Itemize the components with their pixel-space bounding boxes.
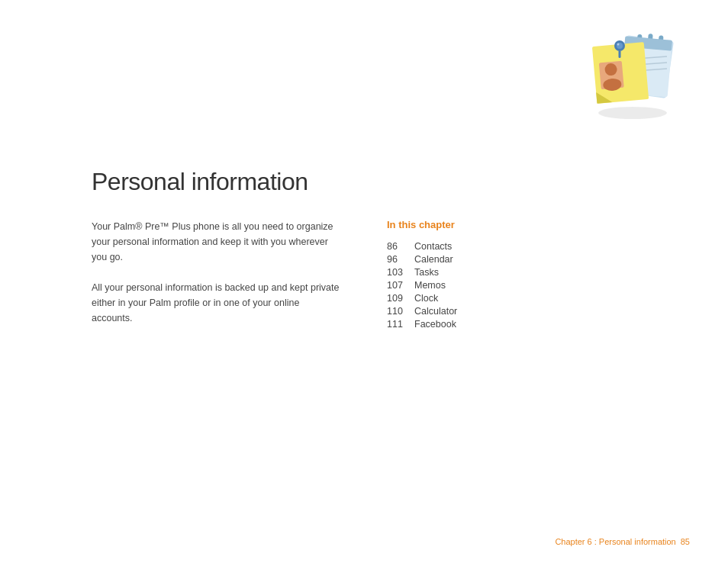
footer: Chapter 6 : Personal information 85 bbox=[555, 537, 690, 546]
toc-item-label: Contacts bbox=[414, 241, 452, 252]
page-title: Personal information bbox=[92, 168, 636, 196]
toc-item-label: Clock bbox=[414, 293, 438, 304]
toc-row: 86Contacts bbox=[387, 241, 636, 252]
toc-item-label: Tasks bbox=[414, 267, 439, 278]
toc-page-number: 86 bbox=[387, 241, 414, 252]
main-content: Personal information Your Palm® Pre™ Plu… bbox=[92, 168, 636, 341]
svg-point-17 bbox=[617, 43, 620, 46]
toc-item-label: Calculator bbox=[414, 306, 457, 317]
toc-row: 110Calculator bbox=[387, 306, 636, 317]
toc-row: 107Memos bbox=[387, 280, 636, 291]
left-column: Your Palm® Pre™ Plus phone is all you ne… bbox=[92, 219, 341, 341]
page-container: Personal information Your Palm® Pre™ Plu… bbox=[0, 0, 728, 563]
toc-page-number: 103 bbox=[387, 267, 414, 278]
toc-page-number: 107 bbox=[387, 280, 414, 291]
toc-page-number: 96 bbox=[387, 254, 414, 265]
svg-rect-18 bbox=[619, 50, 621, 58]
footer-page-number: 85 bbox=[681, 537, 690, 546]
body-paragraph-1: Your Palm® Pre™ Plus phone is all you ne… bbox=[92, 219, 341, 265]
toc-page-number: 111 bbox=[387, 319, 414, 330]
toc-item-label: Calendar bbox=[414, 254, 453, 265]
content-layout: Your Palm® Pre™ Plus phone is all you ne… bbox=[92, 219, 636, 341]
toc-row: 111Facebook bbox=[387, 319, 636, 330]
toc-item-label: Memos bbox=[414, 280, 446, 291]
toc-row: 109Clock bbox=[387, 293, 636, 304]
toc-row: 103Tasks bbox=[387, 267, 636, 278]
toc-row: 96Calendar bbox=[387, 254, 636, 265]
footer-chapter-label: Chapter 6 : Personal information bbox=[555, 537, 675, 546]
chapter-section-heading: In this chapter bbox=[387, 219, 636, 230]
right-column: In this chapter 86Contacts96Calendar103T… bbox=[387, 219, 636, 341]
toc-page-number: 110 bbox=[387, 306, 414, 317]
svg-point-0 bbox=[598, 107, 667, 119]
toc-page-number: 109 bbox=[387, 293, 414, 304]
header-illustration bbox=[583, 23, 682, 122]
toc-table: 86Contacts96Calendar103Tasks107Memos109C… bbox=[387, 241, 636, 330]
body-paragraph-2: All your personal information is backed … bbox=[92, 280, 341, 326]
toc-item-label: Facebook bbox=[414, 319, 456, 330]
